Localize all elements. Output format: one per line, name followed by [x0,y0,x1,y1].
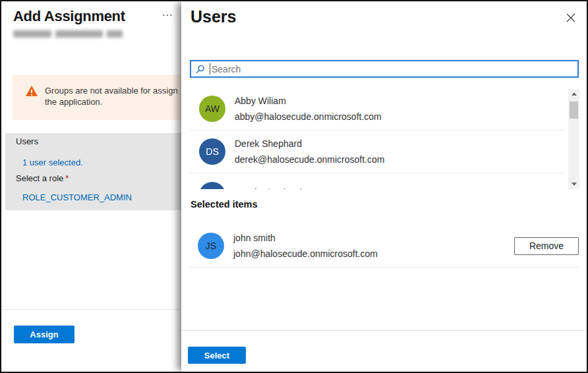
scroll-down-icon[interactable] [568,179,579,189]
user-name: Derek Shephard [235,138,384,149]
user-list: AW Abby Wiliam abby@halosecude.onmicroso… [181,88,587,189]
close-icon[interactable] [566,13,576,23]
screenshot-root: Add Assignment ... Groups are not availa… [0,0,588,373]
warning-banner: Groups are not available for assign the … [13,74,181,120]
selected-item-row: JS john smith john@halosecude.onmicrosof… [198,225,579,266]
users-label: Users [16,136,38,146]
remove-button[interactable]: Remove [514,237,579,255]
users-picker-panel: Users Search AW Abby Wiliam abby@halosec… [181,1,587,372]
page-title: Add Assignment [13,8,125,25]
list-item[interactable]: AW Abby Wiliam abby@halosecude.onmicroso… [190,88,564,130]
avatar: JS [198,233,224,259]
search-input[interactable]: Search [190,60,579,78]
assign-button[interactable]: Assign [14,326,74,343]
warning-icon [26,86,38,96]
user-name: Derek Shephard [235,187,302,190]
scroll-up-icon[interactable] [568,89,579,99]
role-value-link[interactable]: ROLE_CUSTOMER_ADMIN [22,192,132,202]
footer-divider [181,330,587,331]
avatar: AW [199,96,225,122]
select-button[interactable]: Select [188,347,246,364]
scrollbar-thumb[interactable] [570,101,578,119]
required-asterisk: * [65,173,69,183]
user-email: john@halosecude.onmicrosoft.com [233,248,505,259]
list-scrollbar[interactable] [568,89,579,189]
selected-items-label: Selected items [191,199,258,210]
users-selected-link[interactable]: 1 user selected. [22,158,83,167]
select-role-label: Select a role* [16,173,69,183]
add-assignment-panel: Add Assignment ... Groups are not availa… [1,1,181,372]
user-name: john smith [233,233,505,243]
redacted-subtitle [13,30,138,39]
list-item[interactable]: DS Derek Shephard derek@halosecude.onmic… [190,130,564,173]
assignment-form-section: Users 1 user selected. Select a role* RO… [5,133,181,210]
panel-title: Users [191,7,237,26]
text-caret [210,63,210,74]
footer-divider [1,309,181,310]
selected-divider [190,267,579,268]
list-item[interactable]: DS Derek Shephard [190,173,564,189]
search-placeholder: Search [212,64,241,74]
more-options-button[interactable]: ... [162,7,173,18]
avatar: DS [199,138,225,165]
user-name: Abby Wiliam [235,96,382,106]
user-email: derek@halosecude.onmicrosoft.com [235,154,384,165]
search-icon [196,65,205,74]
avatar: DS [199,182,225,190]
warning-text: Groups are not available for assign the … [45,85,178,120]
user-email: abby@halosecude.onmicrosoft.com [235,111,382,122]
